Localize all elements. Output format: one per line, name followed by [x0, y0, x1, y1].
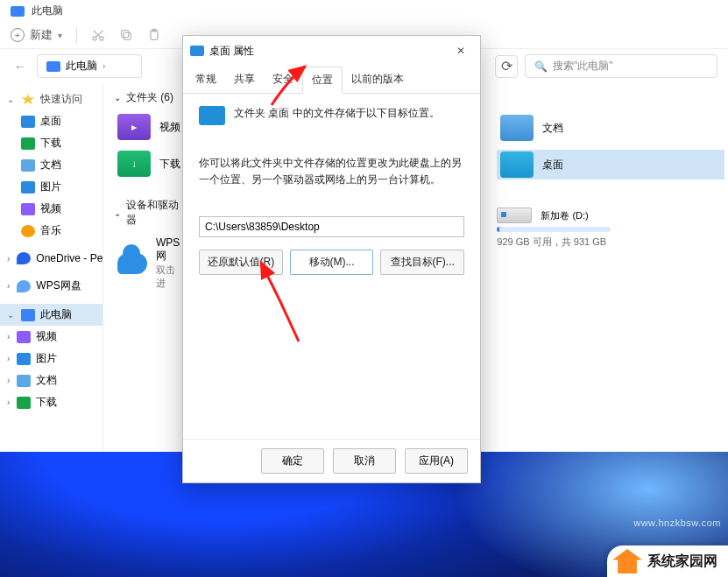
explorer-titlebar: 此电脑	[0, 0, 728, 22]
document-icon	[21, 159, 35, 172]
chevron-right-icon: ›	[7, 376, 10, 385]
section-folders[interactable]: ⌄文件夹 (6)	[114, 90, 187, 105]
sidebar-item-label: 桌面	[40, 114, 61, 129]
cloud-icon	[17, 280, 31, 292]
breadcrumb[interactable]: 此电脑 ›	[37, 54, 142, 78]
chevron-right-icon: ›	[102, 61, 105, 71]
new-button[interactable]: + 新建 ▾	[11, 27, 62, 43]
sidebar-item-music[interactable]: 音乐	[0, 220, 102, 242]
chevron-right-icon: ›	[7, 254, 10, 264]
sidebar-item-label: 图片	[40, 179, 61, 194]
sidebar-item-videos[interactable]: 视频	[0, 198, 102, 220]
section-label: 文件夹 (6)	[126, 90, 173, 105]
back-button[interactable]: ←	[11, 57, 30, 76]
sidebar-item-label: 视频	[36, 329, 57, 344]
tab-previous-versions[interactable]: 以前的版本	[343, 67, 413, 94]
folder-label: WPS网	[156, 236, 183, 264]
cloud-icon	[17, 252, 31, 264]
desktop-icon	[21, 116, 35, 128]
copy-icon[interactable]	[119, 28, 133, 42]
sidebar-item-onedrive[interactable]: ›OneDrive - Pers	[0, 249, 102, 268]
apply-button[interactable]: 应用(A)	[405, 448, 468, 474]
folder-videos[interactable]: ▸视频	[114, 112, 187, 142]
sidebar-quick-access[interactable]: ⌄ 快速访问	[0, 88, 102, 110]
tab-sharing[interactable]: 共享	[225, 67, 264, 94]
sidebar-item-downloads[interactable]: 下载	[0, 132, 102, 154]
ok-button[interactable]: 确定	[261, 448, 324, 474]
paste-icon[interactable]	[147, 28, 161, 42]
cut-icon[interactable]	[91, 28, 105, 42]
download-icon	[17, 397, 31, 409]
video-icon	[17, 331, 31, 343]
document-icon	[17, 375, 31, 387]
cancel-button[interactable]: 取消	[333, 448, 396, 474]
folder-label: 文档	[542, 121, 563, 136]
sidebar-item-label: 下载	[36, 395, 57, 410]
watermark-url: www.hnzkbsw.com	[633, 517, 721, 528]
section-label: 设备和驱动器	[126, 198, 187, 228]
folder-downloads[interactable]: ↓下载	[114, 149, 187, 179]
chevron-right-icon: ›	[7, 354, 10, 363]
find-target-button[interactable]: 查找目标(F)...	[380, 250, 464, 275]
chevron-down-icon: ⌄	[114, 93, 121, 102]
download-icon: ↓	[117, 151, 151, 177]
sidebar-item-label: 视频	[40, 201, 61, 216]
search-placeholder: 搜索"此电脑"	[553, 59, 613, 74]
dialog-footer: 确定 取消 应用(A)	[183, 439, 480, 482]
close-button[interactable]: ✕	[449, 41, 473, 60]
section-devices[interactable]: ⌄设备和驱动器	[114, 198, 187, 228]
divider	[76, 27, 77, 43]
tab-security[interactable]: 安全	[264, 67, 302, 94]
folder-label: 桌面	[542, 158, 563, 172]
folder-wps[interactable]: WPS网双击进	[114, 235, 187, 292]
sidebar-item-wps[interactable]: ›WPS网盘	[0, 275, 102, 297]
picture-icon	[17, 353, 31, 365]
svg-point-0	[93, 37, 96, 40]
sidebar-item-pictures[interactable]: 图片	[0, 176, 102, 198]
sidebar-item-label: 音乐	[40, 223, 61, 238]
restore-defaults-button[interactable]: 还原默认值(R)	[199, 250, 283, 275]
picture-icon	[21, 181, 35, 194]
svg-point-1	[100, 37, 103, 40]
tab-general[interactable]: 常规	[187, 67, 225, 94]
properties-dialog: 桌面 属性 ✕ 常规 共享 安全 位置 以前的版本 文件夹 桌面 中的文件存储于…	[182, 35, 481, 483]
watermark-text: 系统家园网	[647, 552, 717, 571]
tab-location[interactable]: 位置	[302, 67, 343, 94]
download-icon	[21, 137, 35, 150]
folder-label: 下载	[159, 157, 180, 172]
svg-rect-3	[122, 31, 129, 38]
sidebar-item-label: OneDrive - Pers	[36, 252, 103, 264]
desktop-icon	[199, 106, 225, 125]
folder-desktop[interactable]: 桌面	[497, 150, 724, 179]
star-icon	[21, 94, 35, 106]
drive-d[interactable]: 新加卷 (D:) 929 GB 可用，共 931 GB	[497, 208, 654, 249]
svg-rect-2	[124, 32, 131, 39]
breadcrumb-label: 此电脑	[66, 59, 97, 74]
sidebar-item-documents[interactable]: 文档	[0, 154, 102, 176]
sidebar-item-desktop[interactable]: 桌面	[0, 110, 102, 132]
desktop-icon	[500, 151, 534, 178]
sidebar-item-pc-videos[interactable]: ›视频	[0, 326, 102, 348]
move-button[interactable]: 移动(M)...	[290, 250, 374, 275]
sidebar-item-label: 此电脑	[40, 307, 72, 322]
sidebar-item-pc-downloads[interactable]: ›下载	[0, 391, 102, 413]
chevron-down-icon: ⌄	[7, 310, 14, 320]
folder-sublabel: 双击进	[156, 264, 183, 290]
music-icon	[21, 225, 35, 237]
folder-documents[interactable]: 文档	[497, 113, 724, 143]
sidebar-item-pc-documents[interactable]: ›文档	[0, 369, 102, 391]
chevron-down-icon: ⌄	[7, 95, 14, 104]
refresh-button[interactable]: ⟳	[495, 55, 518, 78]
search-input[interactable]: 🔍 搜索"此电脑"	[525, 54, 717, 78]
sidebar-item-label: WPS网盘	[36, 278, 81, 293]
chevron-right-icon: ›	[7, 332, 10, 341]
pc-icon	[11, 6, 25, 17]
pc-icon	[21, 309, 35, 321]
drive-sublabel: 929 GB 可用，共 931 GB	[497, 236, 654, 249]
house-icon	[612, 549, 642, 573]
sidebar-item-pc-pictures[interactable]: ›图片	[0, 348, 102, 369]
path-input[interactable]	[199, 216, 464, 237]
cloud-icon	[117, 250, 147, 277]
sidebar-item-label: 下载	[40, 136, 61, 151]
sidebar-item-thispc[interactable]: ⌄此电脑	[0, 304, 102, 326]
